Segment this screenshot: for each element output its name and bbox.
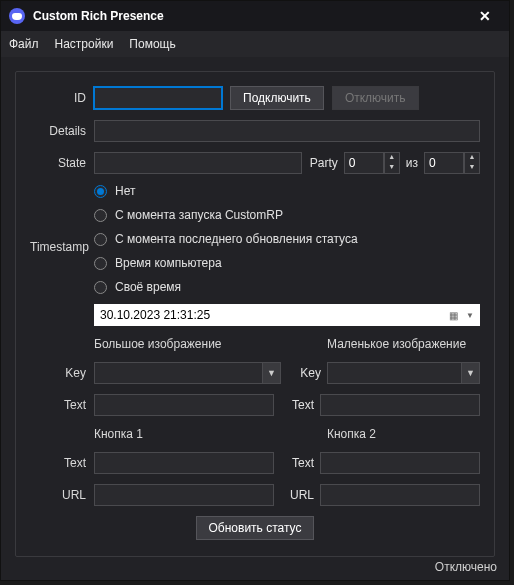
btn1-text-label: Text: [30, 456, 94, 470]
form-group: ID Подключить Отключить Details State Pa…: [15, 71, 495, 557]
menubar: Файл Настройки Помощь: [1, 31, 509, 57]
radio-icon: [94, 233, 107, 246]
datetime-picker[interactable]: 30.10.2023 21:31:25 ▦ ▼: [94, 304, 480, 326]
chevron-down-icon: ▼: [466, 311, 474, 320]
app-window: Custom Rich Presence ✕ Файл Настройки По…: [0, 0, 510, 581]
update-status-button[interactable]: Обновить статус: [196, 516, 315, 540]
menu-settings[interactable]: Настройки: [55, 37, 114, 51]
party-label: Party: [310, 156, 338, 170]
disconnect-button[interactable]: Отключить: [332, 86, 419, 110]
btn1-url-input[interactable]: [94, 484, 274, 506]
btn2-label: Кнопка 2: [327, 427, 376, 441]
btn1-text-input[interactable]: [94, 452, 274, 474]
btn1-url-label: URL: [30, 488, 94, 502]
smallimg-label: Маленькое изображение: [327, 337, 466, 351]
smallimg-key-combo[interactable]: ▼: [327, 362, 480, 384]
details-input[interactable]: [94, 120, 480, 142]
key-label-right: Key: [293, 366, 327, 380]
state-label: State: [30, 156, 94, 170]
menu-help[interactable]: Помощь: [129, 37, 175, 51]
radio-icon: [94, 281, 107, 294]
btn2-text-label: Text: [286, 456, 320, 470]
smallimg-text-input[interactable]: [320, 394, 480, 416]
window-title: Custom Rich Presence: [33, 9, 465, 23]
key-label-left: Key: [30, 366, 94, 380]
btn2-url-label: URL: [286, 488, 320, 502]
radio-lastupdate[interactable]: С момента последнего обновления статуса: [94, 232, 480, 246]
text-label-right: Text: [286, 398, 320, 412]
btn1-label: Кнопка 1: [94, 427, 143, 441]
datetime-value: 30.10.2023 21:31:25: [100, 308, 210, 322]
radio-custom[interactable]: Своё время: [94, 280, 480, 294]
timestamp-radios: Нет С момента запуска CustomRP С момента…: [94, 184, 480, 294]
radio-computer[interactable]: Время компьютера: [94, 256, 480, 270]
content: ID Подключить Отключить Details State Pa…: [1, 57, 509, 563]
state-input[interactable]: [94, 152, 302, 174]
id-input[interactable]: [94, 87, 222, 109]
radio-launch[interactable]: С момента запуска CustomRP: [94, 208, 480, 222]
text-label-left: Text: [30, 398, 94, 412]
party-current-input[interactable]: [344, 152, 384, 174]
status-text: Отключено: [435, 560, 497, 574]
bigimg-label: Большое изображение: [94, 337, 222, 351]
btn2-url-input[interactable]: [320, 484, 480, 506]
party-max-input[interactable]: [424, 152, 464, 174]
close-icon[interactable]: ✕: [465, 8, 505, 24]
id-label: ID: [30, 91, 94, 105]
titlebar: Custom Rich Presence ✕: [1, 1, 509, 31]
bigimg-key-combo[interactable]: ▼: [94, 362, 281, 384]
party-max-spinner[interactable]: ▲▼: [464, 152, 480, 174]
radio-icon: [94, 257, 107, 270]
connect-button[interactable]: Подключить: [230, 86, 324, 110]
btn2-text-input[interactable]: [320, 452, 480, 474]
chevron-down-icon: ▼: [461, 363, 479, 383]
party-current-spinner[interactable]: ▲▼: [384, 152, 400, 174]
party-of-label: из: [406, 156, 418, 170]
details-label: Details: [30, 124, 94, 138]
radio-icon: [94, 185, 107, 198]
app-icon: [9, 8, 25, 24]
menu-file[interactable]: Файл: [9, 37, 39, 51]
chevron-down-icon: ▼: [262, 363, 280, 383]
calendar-icon: ▦: [449, 310, 463, 321]
bigimg-text-input[interactable]: [94, 394, 274, 416]
timestamp-label: Timestamp: [30, 184, 94, 254]
radio-none[interactable]: Нет: [94, 184, 480, 198]
radio-icon: [94, 209, 107, 222]
